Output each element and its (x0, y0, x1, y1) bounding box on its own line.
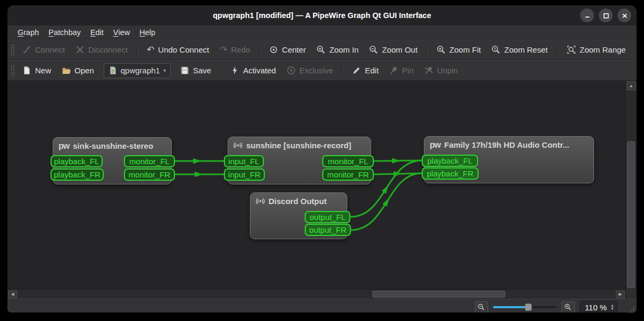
zoom-out-icon (478, 303, 485, 311)
port-sink-monitor-fl[interactable]: monitor_FL (124, 155, 175, 167)
zoom-in-button[interactable]: Zoom In (311, 40, 364, 60)
undo-icon: ↶ (147, 45, 154, 54)
port-sunshine-monitor-fl[interactable]: monitor_FL (322, 155, 374, 167)
zoom-fit-icon (437, 45, 446, 54)
canvas-area: pw sink-sunshine-stereo sunshine [sunshi… (7, 81, 637, 299)
zoom-in-button-small[interactable] (562, 301, 575, 313)
port-sunshine-input-fl[interactable]: input_FL (224, 155, 264, 167)
button-label: Zoom Fit (449, 45, 481, 54)
menu-label: G (18, 28, 23, 37)
zoom-reset-button[interactable]: Zoom Reset (486, 40, 553, 60)
port-family-playback-fr[interactable]: playback_FR (422, 167, 479, 180)
button-label: Edit (365, 66, 379, 75)
vertical-scrollbar[interactable]: ▲ ▼ (625, 81, 637, 299)
patchbay-profile-select[interactable]: qpwgraph1 ▾ (104, 63, 171, 78)
zoom-range-icon (567, 45, 576, 54)
menu-graph[interactable]: Graph (13, 26, 44, 39)
activated-button[interactable]: Activated (225, 61, 281, 80)
maximize-button[interactable] (599, 9, 613, 22)
menu-view[interactable]: View (108, 26, 135, 39)
minimize-button[interactable] (580, 9, 594, 22)
port-discord-output-fr[interactable]: output_FR (305, 224, 351, 236)
graph-toolbar: Connect Disconnect ↶ Undo Connect ↷ Redo… (7, 39, 637, 60)
toolbar-handle[interactable] (11, 44, 14, 56)
qpwgraph-window: qpwgraph1 [modified] — A PipeWire Graph … (7, 5, 637, 312)
horizontal-scrollbar-thumb[interactable] (372, 291, 505, 298)
menu-label: raph (23, 28, 39, 37)
toolbar-separator (259, 44, 260, 56)
pin-icon (389, 66, 398, 75)
button-label: New (35, 66, 51, 75)
spinbox-arrows[interactable]: ▲▼ (610, 304, 614, 311)
menu-edit[interactable]: Edit (86, 26, 108, 39)
connect-icon (22, 45, 31, 54)
window-controls (575, 9, 631, 22)
zoom-slider[interactable] (493, 302, 557, 312)
menu-label: iew (118, 28, 130, 37)
port-sunshine-input-fr[interactable]: input_FR (224, 168, 265, 181)
disconnect-icon (76, 45, 85, 54)
scroll-left-button[interactable]: ◀ (8, 290, 17, 298)
toolbar-separator (137, 44, 138, 56)
unpin-icon (424, 66, 433, 75)
slider-fill (493, 306, 528, 308)
pipewire-icon: pw (430, 141, 440, 149)
scroll-up-button[interactable]: ▲ (626, 81, 636, 90)
connect-button[interactable]: Connect (17, 40, 70, 60)
toolbar-handle[interactable] (11, 65, 14, 77)
pin-button[interactable]: Pin (384, 61, 419, 80)
port-sunshine-monitor-fr[interactable]: monitor_FR (322, 168, 374, 181)
toolbar-separator (342, 64, 343, 77)
zoom-fit-button[interactable]: Zoom Fit (431, 40, 486, 60)
port-discord-output-fl[interactable]: output_FL (305, 211, 350, 223)
new-file-icon (22, 66, 31, 75)
statusbar: 110 % ▲▼ (7, 299, 637, 312)
redo-button[interactable]: ↷ Redo (214, 40, 255, 60)
node-title: pw sink-sunshine-stereo (53, 138, 171, 154)
zoom-in-icon (564, 303, 572, 311)
port-sink-playback-fr[interactable]: playback_FR (51, 168, 104, 181)
menu-help[interactable]: Help (135, 26, 160, 39)
maximize-icon (601, 11, 610, 20)
exclusive-button[interactable]: Exclusive (281, 61, 338, 80)
scroll-right-button[interactable]: ▶ (616, 290, 625, 298)
button-label: Unpin (437, 66, 458, 75)
zoom-range-button[interactable]: Zoom Range (562, 40, 631, 60)
edit-button[interactable]: Edit (347, 61, 384, 80)
disconnect-button[interactable]: Disconnect (70, 40, 133, 60)
patchbay-file-icon (108, 66, 118, 75)
redo-icon: ↷ (220, 45, 227, 54)
stream-monitor-icon (233, 141, 242, 150)
close-icon (620, 11, 629, 20)
close-button[interactable] (617, 9, 631, 22)
resize-grip[interactable] (627, 306, 635, 312)
arrow-right-icon: ▶ (618, 292, 622, 297)
center-button[interactable]: Center (264, 40, 311, 60)
menu-patchbay[interactable]: Patchbay (44, 26, 85, 39)
port-family-playback-fl[interactable]: playback_FL (422, 155, 478, 167)
unpin-button[interactable]: Unpin (419, 61, 463, 80)
undo-connect-button[interactable]: ↶ Undo Connect (141, 40, 214, 60)
zoom-out-button[interactable]: Zoom Out (364, 40, 423, 60)
zoom-spinbox[interactable]: 110 % ▲▼ (580, 301, 617, 313)
vertical-scrollbar-thumb[interactable] (627, 141, 635, 288)
titlebar[interactable]: qpwgraph1 [modified] — A PipeWire Graph … (7, 5, 637, 26)
zoom-out-button-small[interactable] (475, 301, 488, 313)
chevron-down-icon: ▾ (163, 67, 166, 73)
open-button[interactable]: Open (56, 61, 99, 80)
new-button[interactable]: New (17, 61, 56, 80)
combo-value: qpwgraph1 (121, 66, 160, 75)
button-label: Center (282, 45, 306, 54)
horizontal-scrollbar[interactable]: ◀ ▶ (7, 289, 625, 299)
save-button[interactable]: Save (175, 61, 216, 80)
button-label: Save (193, 66, 211, 75)
slider-handle[interactable] (525, 303, 532, 311)
connections-layer (7, 81, 625, 289)
button-label: Pin (402, 66, 414, 75)
scrollbar-corner (626, 289, 637, 299)
port-sink-monitor-fr[interactable]: monitor_FR (124, 168, 175, 181)
menu-label: atchbay (54, 28, 81, 37)
port-sink-playback-fl[interactable]: playback_FL (51, 155, 103, 167)
graph-canvas[interactable]: pw sink-sunshine-stereo sunshine [sunshi… (7, 81, 625, 289)
menu-label: E (90, 28, 96, 37)
